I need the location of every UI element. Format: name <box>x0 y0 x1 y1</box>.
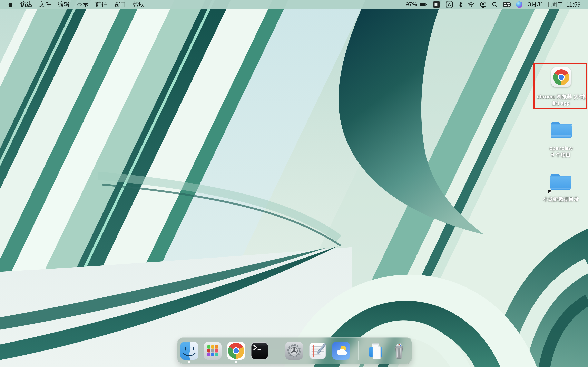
finder-icon <box>180 342 198 360</box>
battery-status[interactable]: 97% <box>406 1 427 8</box>
bluetooth-icon[interactable] <box>458 1 462 8</box>
launchpad-icon <box>204 342 222 360</box>
menu-bar: 访达 文件 编辑 显示 前往 窗口 帮助 97% <box>0 0 588 9</box>
input-source-icon[interactable]: A <box>446 1 453 8</box>
macos-desktop: 访达 文件 编辑 显示 前往 窗口 帮助 97% <box>0 0 588 367</box>
dock-item-trash[interactable] <box>390 342 408 360</box>
menu-window[interactable]: 窗口 <box>111 0 130 9</box>
clock-date: 3月31日 周二 <box>528 0 563 8</box>
desktop-item-data-folder-alias[interactable] <box>549 171 573 192</box>
running-indicator <box>188 361 190 363</box>
user-account-icon[interactable] <box>480 1 486 8</box>
menu-edit[interactable]: 编辑 <box>54 0 73 9</box>
folder-icon <box>549 119 573 140</box>
spotlight-search-icon[interactable] <box>492 1 498 8</box>
menu-clock[interactable]: 3月31日 周二 11:59 <box>528 0 581 8</box>
keyboard-icon[interactable] <box>433 1 440 8</box>
running-indicator <box>235 361 237 363</box>
menu-help[interactable]: 帮助 <box>130 0 148 9</box>
dock-item-documents-stack[interactable] <box>367 342 384 360</box>
dock <box>177 337 412 364</box>
apple-menu[interactable] <box>5 0 17 9</box>
documents-icon <box>367 342 384 360</box>
dock-item-chrome[interactable] <box>227 342 245 360</box>
battery-percent-label: 97% <box>406 1 417 8</box>
input-source-label: A <box>448 2 451 7</box>
dock-item-textedit[interactable] <box>309 342 327 360</box>
folder-name: openclaw <box>536 145 587 151</box>
dock-item-weather[interactable] <box>332 342 350 360</box>
siri-icon[interactable] <box>516 1 522 8</box>
trash-full-icon <box>390 342 408 360</box>
annotation-box <box>534 63 587 109</box>
menu-view[interactable]: 显示 <box>73 0 92 9</box>
terminal-icon <box>251 342 268 360</box>
desktop-item-openclaw-folder[interactable] <box>549 119 573 140</box>
desktop-label-data-folder[interactable]: 小龙虾数据目录 <box>536 196 587 202</box>
dock-item-system-settings[interactable] <box>285 342 303 360</box>
clock-time: 11:59 <box>566 1 581 8</box>
weather-icon <box>332 342 350 360</box>
control-center-icon[interactable] <box>503 2 511 7</box>
desktop-label-openclaw[interactable]: openclaw 6 个项目 <box>536 145 587 158</box>
dock-separator <box>277 341 277 360</box>
system-settings-icon <box>285 342 303 360</box>
battery-icon <box>419 2 427 7</box>
alias-arrow-icon <box>548 187 554 193</box>
dock-separator <box>358 341 359 360</box>
wifi-icon[interactable] <box>468 2 475 7</box>
apple-logo-icon <box>8 1 13 8</box>
menu-file[interactable]: 文件 <box>35 0 54 9</box>
dock-item-finder[interactable] <box>180 342 198 360</box>
menu-app-name[interactable]: 访达 <box>17 0 35 9</box>
desktop-wallpaper <box>0 0 588 367</box>
chrome-icon <box>227 342 245 360</box>
dock-item-launchpad[interactable] <box>204 342 222 360</box>
textedit-icon <box>309 342 327 360</box>
menu-go[interactable]: 前往 <box>92 0 111 9</box>
dock-item-terminal[interactable] <box>251 342 268 360</box>
folder-item-count: 6 个项目 <box>536 151 587 158</box>
